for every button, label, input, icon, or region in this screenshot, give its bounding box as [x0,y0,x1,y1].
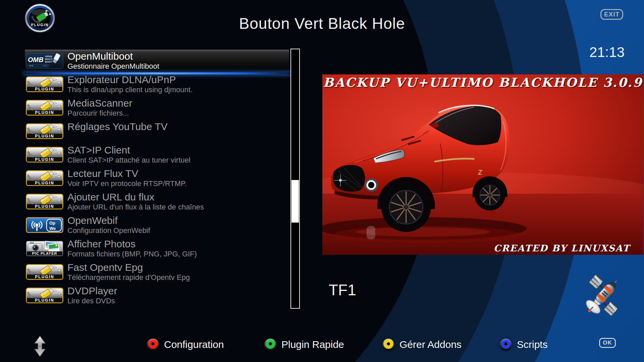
omb-icon: OMB OPEN MULTI BOOT [26,53,63,69]
ok-button[interactable]: OK [599,338,616,348]
clock: 21:13 [589,44,625,60]
picplayer-icon: PIC PLAYER [26,241,63,256]
preview-image: BACKUP VU+ULTIMO BLACKHOLE 3.0.9 CREATED… [322,74,643,255]
red-dot-icon [147,339,159,351]
svg-text:PLUGIN: PLUGIN [35,87,54,92]
list-item[interactable]: PIC PLAYER Afficher Photos Formats fichi… [25,237,289,261]
plugin-icon: PLUGIN [26,100,63,116]
list-item-description: This is dlna/upnp client using djmount. [67,85,193,94]
list-item[interactable]: PLUGIN DVDPlayer Lire des DVDs [25,284,289,308]
list-item-title: Explorateur DLNA/uPnP [67,74,193,85]
up-down-arrows-icon [32,335,48,357]
list-item-title: OpenMultiboot [67,50,159,62]
list-item-description: Voir IPTV en protocole RTSP/RTMP. [67,179,187,188]
list-item-title: SAT>IP Client [67,144,191,156]
list-item-description: Configuration OpenWebif [67,226,150,235]
svg-text:PLUGIN: PLUGIN [35,157,54,162]
list-item-title: Réglages YouTube TV [67,121,168,132]
svg-text:PLUGIN: PLUGIN [35,181,54,185]
svg-text:We: We [49,226,56,231]
red-car-picture [322,74,643,255]
svg-text:BOOT: BOOT [45,60,52,63]
list-item-description: Formats fichiers (BMP, PNG, JPG, GIF) [67,250,197,258]
blue-dot-icon [500,339,512,351]
svg-text:PLUGIN: PLUGIN [35,275,54,279]
list-item-title: Ajouter URL du flux [67,191,204,203]
created-by-text: CREATED BY LINUXSAT [494,243,630,253]
list-item-title: OpenWebif [67,215,150,226]
svg-text:PLUGIN: PLUGIN [35,134,54,138]
color-button-label: Configuration [164,339,224,350]
yellow-dot-icon [382,339,394,351]
list-item-title: Fast Opentv Epg [67,261,190,273]
list-item-description: Lire des DVDs [67,297,117,305]
svg-text:PLUGIN: PLUGIN [35,204,54,209]
svg-text:PLUGIN: PLUGIN [35,298,54,303]
plugin-icon: PLUGIN [26,194,63,209]
plugin-list: OMB OPEN MULTI BOOT OpenMultiboot Gestio… [25,50,289,308]
satellite-icon [584,272,625,319]
blue-button[interactable]: Scripts [500,337,548,352]
list-item-title: Afficher Photos [67,238,197,250]
list-item-description: Ajouter URL d'un flux à la liste de chaî… [67,203,204,212]
plugin-icon: PLUGIN [26,147,63,163]
list-item[interactable]: PLUGIN SAT>IP Client Client SAT>IP attac… [25,143,289,167]
plugin-icon: PLUGIN [26,170,63,186]
color-button-label: Plugin Rapide [281,339,344,350]
svg-text:OMB: OMB [28,56,44,63]
page-title: Bouton Vert Black Hole [0,14,644,33]
list-item-title: MediaScanner [67,97,132,109]
blackhole-green-button-screen: PLUGIN Bouton Vert Black Hole EXIT 21:13… [0,0,644,362]
list-item[interactable]: PLUGIN MediaScanner Parcourir fichiers..… [25,97,289,120]
list-item[interactable]: PLUGIN Fast Opentv Epg Téléchargement ra… [25,261,289,284]
backup-banner-text: BACKUP VU+ULTIMO BLACKHOLE 3.0.9 [322,75,643,90]
list-item-title: Lecteur Flux TV [67,168,187,179]
channel-name: TF1 [329,281,356,299]
green-button[interactable]: Plugin Rapide [264,337,344,352]
list-item-title: DVDPlayer [67,285,117,297]
list-item[interactable]: PLUGIN Réglages YouTube TV [25,120,289,143]
list-item-description: Parcourir fichiers... [67,109,132,118]
plugin-icon: PLUGIN [26,288,63,303]
red-button[interactable]: Configuration [147,337,224,352]
list-item[interactable]: PLUGIN Ajouter URL du flux Ajouter URL d… [25,190,289,214]
svg-text:PLUGIN: PLUGIN [35,110,54,115]
plugin-icon: PLUGIN [26,123,63,139]
list-item[interactable]: PLUGIN Lecteur Flux TV Voir IPTV en prot… [25,167,289,190]
list-item[interactable]: PLUGIN Explorateur DLNA/uPnP This is dln… [25,73,289,97]
list-item-description: Client SAT>IP attaché au tuner virtuel [67,156,191,165]
color-button-label: Scripts [517,339,548,350]
plugin-icon: PLUGIN [26,264,63,280]
yellow-button[interactable]: Gérer Addons [382,337,462,352]
exit-button[interactable]: EXIT [600,9,623,20]
svg-text:Op: Op [49,221,55,226]
scrollbar-thumb[interactable] [291,180,299,223]
list-item-description: Téléchargement rapide d'Opentv Epg [67,273,190,282]
scrollbar[interactable] [290,49,300,309]
color-button-label: Gérer Addons [399,339,462,350]
openwebif-icon: Op We [26,217,63,233]
list-item[interactable]: Op We OpenWebif Configuration OpenWebif [25,214,289,237]
svg-text:PIC PLAYER: PIC PLAYER [32,251,57,255]
green-dot-icon [264,339,276,351]
list-item-description: Gestionnaire OpenMultiboot [67,62,159,71]
plugin-icon: PLUGIN [26,76,63,92]
list-item[interactable]: OMB OPEN MULTI BOOT OpenMultiboot Gestio… [25,50,289,73]
